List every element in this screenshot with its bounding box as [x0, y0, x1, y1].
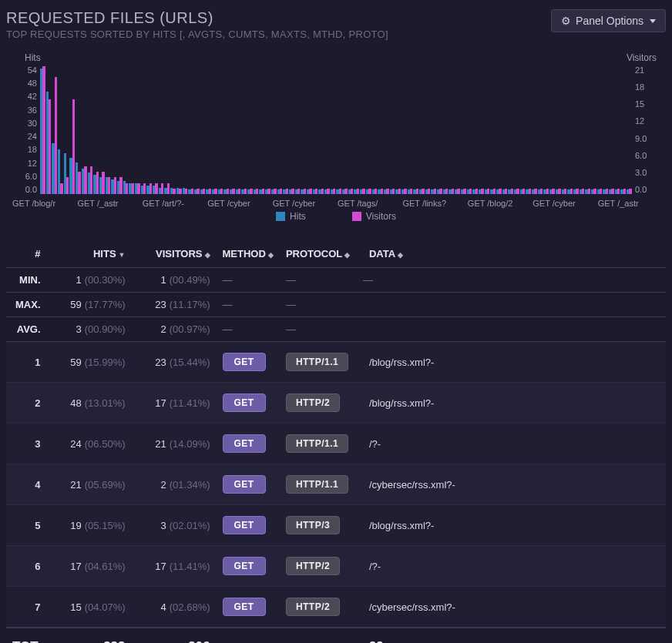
bar-group[interactable]: [443, 66, 449, 194]
bar-group[interactable]: [532, 66, 537, 194]
bar-group[interactable]: [567, 66, 573, 194]
table-row[interactable]: 159(15.99%)23(15.44%)GETHTTP/1.1/blog/rs…: [6, 342, 666, 383]
bar-group[interactable]: [117, 66, 123, 194]
bar-group[interactable]: [627, 66, 632, 194]
bar-group[interactable]: [390, 66, 395, 194]
bar-group[interactable]: [46, 66, 52, 194]
bar-group[interactable]: [123, 66, 129, 194]
bar-group[interactable]: [295, 66, 301, 194]
bar-group[interactable]: [591, 66, 596, 194]
bar-group[interactable]: [342, 66, 348, 194]
bar-group[interactable]: [318, 66, 324, 194]
bar-group[interactable]: [289, 66, 294, 194]
bar-group[interactable]: [520, 66, 526, 194]
bar-group[interactable]: [348, 66, 354, 194]
bar-group[interactable]: [194, 66, 200, 194]
bar-group[interactable]: [82, 66, 87, 194]
bar-group[interactable]: [508, 66, 513, 194]
bar-group[interactable]: [99, 66, 105, 194]
bar-group[interactable]: [620, 66, 626, 194]
bar-group[interactable]: [413, 66, 418, 194]
bar-group[interactable]: [277, 66, 283, 194]
bar-group[interactable]: [597, 66, 603, 194]
col-header-method[interactable]: METHOD◆: [217, 240, 280, 268]
bar-group[interactable]: [76, 66, 81, 194]
bar-group[interactable]: [170, 66, 176, 194]
bar-group[interactable]: [183, 66, 188, 194]
table-row[interactable]: 617(04.61%)17(11.41%)GETHTTP/2/?-: [6, 546, 666, 587]
col-header-visitors[interactable]: VISITORS◆: [132, 240, 217, 268]
bar-group[interactable]: [212, 66, 217, 194]
bar-group[interactable]: [543, 66, 549, 194]
bar-group[interactable]: [301, 66, 306, 194]
bar-group[interactable]: [64, 66, 69, 194]
bar-group[interactable]: [331, 66, 336, 194]
bar-group[interactable]: [259, 66, 264, 194]
bar-group[interactable]: [254, 66, 259, 194]
bar-group[interactable]: [585, 66, 590, 194]
bar-group[interactable]: [562, 66, 567, 194]
bar-group[interactable]: [378, 66, 383, 194]
bar-group[interactable]: [218, 66, 223, 194]
bar-group[interactable]: [159, 66, 164, 194]
bar-group[interactable]: [461, 66, 466, 194]
bar-group[interactable]: [283, 66, 288, 194]
bar-group[interactable]: [395, 66, 401, 194]
bar-group[interactable]: [449, 66, 454, 194]
bar-group[interactable]: [354, 66, 359, 194]
col-header-data[interactable]: DATA◆: [357, 240, 666, 268]
table-row[interactable]: 715(04.07%)4(02.68%)GETHTTP/2/cybersec/r…: [6, 587, 666, 628]
bar-group[interactable]: [573, 66, 579, 194]
bar-group[interactable]: [526, 66, 531, 194]
table-row[interactable]: 519(05.15%)3(02.01%)GETHTTP/3/blog/rss.x…: [6, 505, 666, 546]
bar-group[interactable]: [135, 66, 140, 194]
bar-group[interactable]: [230, 66, 235, 194]
bar-group[interactable]: [437, 66, 442, 194]
bar-group[interactable]: [313, 66, 318, 194]
table-row[interactable]: 324(06.50%)21(14.09%)GETHTTP/1.1/?-: [6, 424, 666, 464]
bar-group[interactable]: [360, 66, 365, 194]
bar-group[interactable]: [580, 66, 585, 194]
bar-group[interactable]: [479, 66, 484, 194]
bar-group[interactable]: [236, 66, 241, 194]
bar-group[interactable]: [538, 66, 543, 194]
bar-group[interactable]: [69, 66, 75, 194]
bar-group[interactable]: [40, 66, 45, 194]
panel-options-button[interactable]: ⚙ Panel Options: [551, 9, 666, 32]
bar-group[interactable]: [223, 66, 229, 194]
bar-group[interactable]: [241, 66, 247, 194]
bar-group[interactable]: [490, 66, 496, 194]
bar-group[interactable]: [366, 66, 371, 194]
bar-group[interactable]: [431, 66, 436, 194]
bar-group[interactable]: [425, 66, 431, 194]
bar-group[interactable]: [372, 66, 378, 194]
bar-group[interactable]: [609, 66, 614, 194]
bar-group[interactable]: [485, 66, 490, 194]
table-row[interactable]: 248(13.01%)17(11.41%)GETHTTP/2/blog/rss.…: [6, 383, 666, 424]
bar-group[interactable]: [188, 66, 193, 194]
bar-group[interactable]: [146, 66, 152, 194]
bar-group[interactable]: [615, 66, 620, 194]
bar-group[interactable]: [58, 66, 63, 194]
bar-group[interactable]: [496, 66, 502, 194]
bar-group[interactable]: [153, 66, 158, 194]
bar-group[interactable]: [141, 66, 146, 194]
col-header-protocol[interactable]: PROTOCOL◆: [280, 240, 357, 268]
bar-group[interactable]: [88, 66, 93, 194]
bar-group[interactable]: [129, 66, 134, 194]
bar-group[interactable]: [384, 66, 389, 194]
bar-group[interactable]: [247, 66, 253, 194]
bar-group[interactable]: [52, 66, 57, 194]
bar-group[interactable]: [502, 66, 508, 194]
bar-group[interactable]: [307, 66, 312, 194]
bar-group[interactable]: [336, 66, 341, 194]
table-row[interactable]: 421(05.69%)2(01.34%)GETHTTP/1.1/cybersec…: [6, 464, 666, 505]
bar-group[interactable]: [93, 66, 99, 194]
bar-group[interactable]: [549, 66, 555, 194]
bar-group[interactable]: [402, 66, 407, 194]
bar-group[interactable]: [324, 66, 330, 194]
bar-group[interactable]: [603, 66, 608, 194]
bar-group[interactable]: [467, 66, 472, 194]
bar-group[interactable]: [514, 66, 519, 194]
col-header-idx[interactable]: #: [6, 240, 47, 268]
